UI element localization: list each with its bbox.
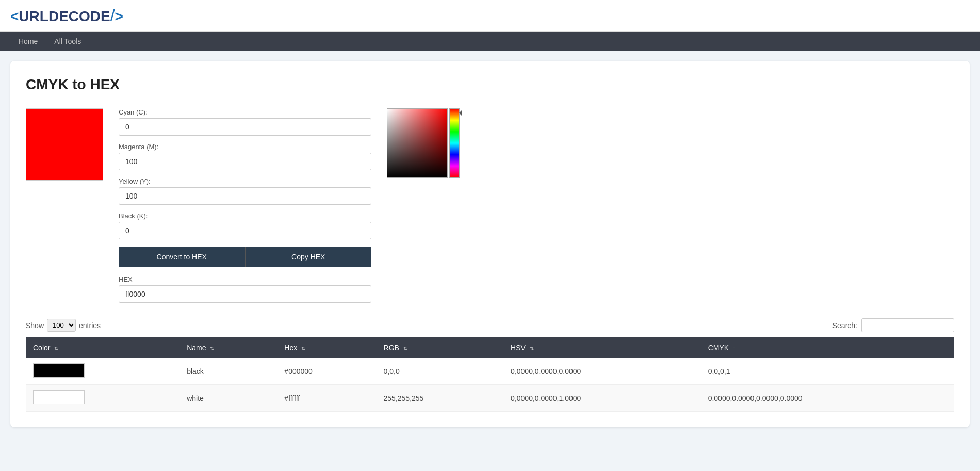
cell-rgb: 0,0,0	[377, 358, 504, 385]
button-row: Convert to HEX Copy HEX	[119, 247, 371, 267]
table-row: black #000000 0,0,0 0,0000,0.0000,0.0000…	[26, 358, 954, 385]
magenta-label: Magenta (M):	[119, 143, 371, 151]
col-cmyk-label: CMYK	[708, 344, 729, 352]
cell-cmyk: 0,0,0,1	[701, 358, 954, 385]
black-group: Black (K):	[119, 212, 371, 239]
col-name-label: Name	[187, 344, 206, 352]
logo-bracket-left: <	[10, 8, 19, 24]
nav-all-tools[interactable]: All Tools	[46, 32, 89, 51]
search-box: Search:	[832, 318, 954, 332]
hex-input[interactable]	[119, 285, 371, 303]
logo-slash: /	[110, 6, 115, 25]
convert-button[interactable]: Convert to HEX	[119, 247, 245, 267]
col-rgb-label: RGB	[384, 344, 399, 352]
logo-decode: DECODE	[48, 8, 110, 24]
col-rgb-sort-icon: ⇅	[403, 346, 407, 351]
picker-arrow	[459, 110, 462, 116]
color-picker-gradient	[387, 109, 447, 177]
col-hsv-label: HSV	[511, 344, 526, 352]
cell-name: white	[179, 385, 277, 412]
col-color[interactable]: Color ⇅	[26, 337, 179, 358]
color-preview	[26, 108, 103, 181]
col-color-sort-icon: ⇅	[54, 346, 58, 351]
nav-home[interactable]: Home	[10, 32, 46, 51]
data-table: Color ⇅ Name ⇅ Hex ⇅ RGB ⇅	[26, 337, 954, 412]
color-picker-canvas[interactable]	[387, 108, 448, 178]
color-swatch	[33, 363, 85, 378]
cyan-input[interactable]	[119, 118, 371, 136]
color-swatch	[33, 390, 85, 404]
table-wrapper: Color ⇅ Name ⇅ Hex ⇅ RGB ⇅	[26, 337, 954, 412]
col-hex-sort-icon: ⇅	[301, 346, 305, 351]
cyan-label: Cyan (C):	[119, 108, 371, 116]
cell-name: black	[179, 358, 277, 385]
inputs-section: Cyan (C): Magenta (M): Yellow (Y): Black…	[119, 108, 371, 303]
cell-hex: #ffffff	[277, 385, 376, 412]
main-container: CMYK to HEX Cyan (C): Magenta (M): Yello…	[10, 61, 970, 427]
tool-section: Cyan (C): Magenta (M): Yellow (Y): Black…	[26, 108, 954, 303]
col-cmyk[interactable]: CMYK ↑	[701, 337, 954, 358]
table-row: white #ffffff 255,255,255 0,0000,0.0000,…	[26, 385, 954, 412]
col-name[interactable]: Name ⇅	[179, 337, 277, 358]
cell-cmyk: 0.0000,0.0000,0.0000,0.0000	[701, 385, 954, 412]
entries-label: entries	[79, 321, 101, 330]
logo-bracket-right: >	[115, 8, 123, 24]
nav: Home All Tools	[0, 32, 980, 51]
magenta-group: Magenta (M):	[119, 143, 371, 170]
cell-color	[26, 385, 179, 412]
yellow-label: Yellow (Y):	[119, 177, 371, 185]
col-name-sort-icon: ⇅	[210, 346, 214, 351]
show-label: Show	[26, 321, 44, 330]
search-input[interactable]	[861, 318, 954, 332]
color-picker-strip[interactable]	[449, 108, 460, 178]
col-color-label: Color	[33, 344, 50, 352]
cell-hex: #000000	[277, 358, 376, 385]
col-hex[interactable]: Hex ⇅	[277, 337, 376, 358]
black-input[interactable]	[119, 222, 371, 239]
hex-label: HEX	[119, 275, 371, 283]
col-hsv-sort-icon: ⇅	[530, 346, 534, 351]
cell-hsv: 0,0000,0.0000,1.0000	[503, 385, 701, 412]
copy-button[interactable]: Copy HEX	[245, 247, 372, 267]
table-head: Color ⇅ Name ⇅ Hex ⇅ RGB ⇅	[26, 337, 954, 358]
black-label: Black (K):	[119, 212, 371, 220]
yellow-group: Yellow (Y):	[119, 177, 371, 205]
table-header-row: Color ⇅ Name ⇅ Hex ⇅ RGB ⇅	[26, 337, 954, 358]
page-title: CMYK to HEX	[26, 76, 954, 93]
cell-hsv: 0,0000,0.0000,0.0000	[503, 358, 701, 385]
table-body: black #000000 0,0,0 0,0000,0.0000,0.0000…	[26, 358, 954, 412]
table-controls: Show 100 25 50 entries Search:	[26, 318, 954, 332]
hex-output-group: HEX	[119, 275, 371, 303]
yellow-input[interactable]	[119, 187, 371, 205]
cell-color	[26, 358, 179, 385]
show-entries-group: Show 100 25 50 entries	[26, 319, 101, 332]
col-cmyk-sort-icon: ↑	[733, 346, 736, 351]
entries-select[interactable]: 100 25 50	[47, 319, 76, 332]
search-label: Search:	[832, 321, 857, 330]
logo-url: URL	[19, 8, 48, 24]
col-rgb[interactable]: RGB ⇅	[377, 337, 504, 358]
header: <URLDECODE/>	[0, 0, 980, 32]
magenta-input[interactable]	[119, 153, 371, 170]
cell-rgb: 255,255,255	[377, 385, 504, 412]
cyan-group: Cyan (C):	[119, 108, 371, 136]
col-hex-label: Hex	[284, 344, 297, 352]
color-picker-widget[interactable]	[387, 108, 462, 178]
logo[interactable]: <URLDECODE/>	[10, 6, 970, 25]
col-hsv[interactable]: HSV ⇅	[503, 337, 701, 358]
